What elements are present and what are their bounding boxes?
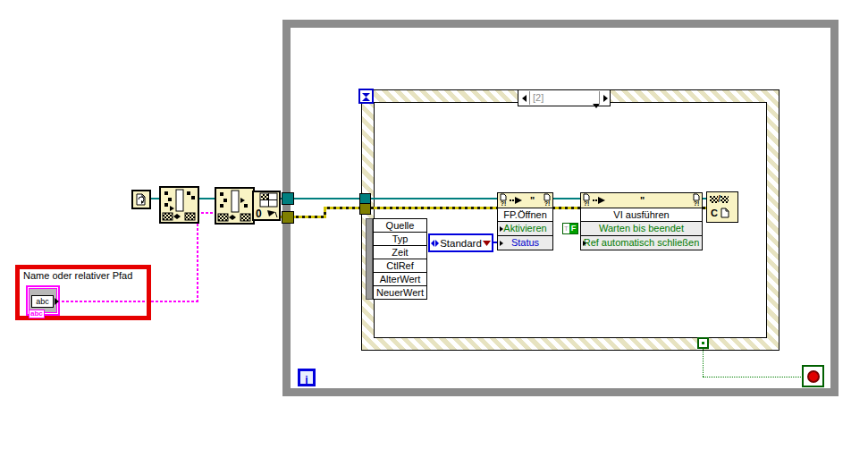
invoke-node-fp-title[interactable]: FP.Öffnen xyxy=(497,208,553,222)
event-tunnel-bool[interactable] xyxy=(697,337,709,349)
output-arrow-icon xyxy=(55,298,59,305)
iteration-label: i xyxy=(305,374,308,386)
bool-wire-horizontal[interactable] xyxy=(703,377,803,378)
case-next-button[interactable] xyxy=(599,91,611,105)
string-wire-seg2[interactable] xyxy=(197,212,198,302)
vi-reference-constant[interactable] xyxy=(131,190,151,209)
tunnel-dot xyxy=(702,342,704,344)
case-prev-button[interactable] xyxy=(519,91,530,105)
annotation-label: Name oder relativer Pfad xyxy=(23,270,132,281)
open-vi-reference-node[interactable] xyxy=(159,186,199,224)
method-quote-glyph: " xyxy=(530,195,535,206)
loop-iteration-terminal[interactable]: i xyxy=(298,369,316,386)
page-icon xyxy=(721,208,729,218)
ring-dropdown-icon[interactable] xyxy=(483,241,491,246)
invoke-node-run-header[interactable]: ?! " ?! xyxy=(580,192,703,208)
event-field-quelle[interactable]: Quelle xyxy=(373,218,427,233)
close-reference-node[interactable]: / C xyxy=(706,191,738,223)
bool-true-label: T xyxy=(563,224,569,233)
invoke-param-status[interactable]: Status xyxy=(497,235,553,250)
index-array-node[interactable]: 0 xyxy=(252,191,281,221)
param-arrow-icon xyxy=(500,241,503,246)
while-loop-border-right[interactable] xyxy=(830,20,839,396)
invoke-arrow-icon xyxy=(510,197,523,204)
vi-page-icon xyxy=(135,193,147,206)
loop-tunnel-error[interactable] xyxy=(282,211,294,224)
string-type-label: abc xyxy=(29,310,45,318)
invoke-node-fp-header[interactable]: ?! " ?! xyxy=(497,192,553,208)
while-loop-border-bottom[interactable] xyxy=(282,388,839,396)
refnum-in-icon: ?! xyxy=(582,193,591,207)
event-case-selector: [2] xyxy=(518,89,611,106)
invoke-arrow-icon xyxy=(593,197,606,204)
string-wire-seg3[interactable] xyxy=(197,212,216,214)
refnum-out-icon: ?! xyxy=(692,193,701,207)
invoke-param-ref-schliessen[interactable]: Ref automatisch schließen xyxy=(580,235,703,250)
event-field-typ[interactable]: Typ xyxy=(373,232,427,246)
chevron-right-icon xyxy=(603,95,608,102)
close-ref-top-icon: / xyxy=(710,195,729,203)
event-field-ctlref[interactable]: CtlRef xyxy=(373,259,427,273)
event-timeout-terminal[interactable] xyxy=(358,89,374,104)
invoke-param-aktivieren[interactable]: Aktivieren xyxy=(497,221,553,236)
invoke-node-run-title[interactable]: VI ausführen xyxy=(580,208,703,222)
refnum-out-icon: ?! xyxy=(543,193,552,207)
block-diagram: Name oder relativer Pfad abc abc xyxy=(0,0,868,458)
open-vi-reference-icon xyxy=(216,189,253,223)
bool-false-label: F xyxy=(569,224,577,233)
param-arrow-icon xyxy=(583,241,586,246)
ring-increment-icon xyxy=(431,240,439,247)
event-field-neuerwert[interactable]: NeuerWert xyxy=(373,285,427,300)
close-ref-bottom-icon: C xyxy=(711,208,729,218)
bool-wire-vertical[interactable] xyxy=(703,349,704,377)
invoke-param-warten[interactable]: Warten bis beendet xyxy=(580,221,703,236)
index-zero-label: 0 xyxy=(256,208,262,219)
while-loop-border-top[interactable] xyxy=(282,20,839,28)
ring-value[interactable]: Standard xyxy=(439,238,483,249)
hourglass-icon xyxy=(360,91,372,103)
refnum-in-icon: ?! xyxy=(499,193,508,207)
event-field-alterwert[interactable]: AlterWert xyxy=(373,272,427,286)
chevron-left-icon xyxy=(522,95,527,102)
param-arrow-icon xyxy=(500,226,503,232)
loop-condition-terminal[interactable] xyxy=(802,365,824,387)
event-field-zeit[interactable]: Zeit xyxy=(373,245,427,259)
stop-sign-icon xyxy=(807,370,820,383)
method-quote-glyph: " xyxy=(640,195,645,206)
event-tunnel-error[interactable] xyxy=(359,203,371,215)
case-selector-label[interactable]: [2] xyxy=(533,91,544,105)
loop-tunnel-refnum[interactable] xyxy=(282,192,294,205)
while-loop-border-left[interactable] xyxy=(282,20,291,396)
string-control-value[interactable]: abc xyxy=(31,295,54,308)
open-vi-reference-icon xyxy=(161,188,198,222)
bool-false-constant[interactable]: T F xyxy=(562,223,578,234)
ring-constant-standard[interactable]: Standard xyxy=(428,233,493,252)
close-c-label: C xyxy=(711,208,718,218)
open-vi-reference-node-2[interactable] xyxy=(215,187,255,225)
event-data-node-rail[interactable] xyxy=(366,218,373,300)
